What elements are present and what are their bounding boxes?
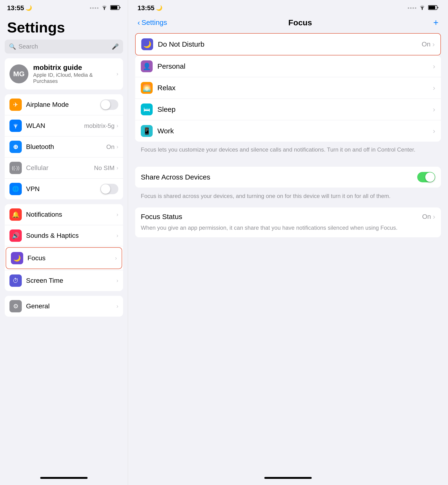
general-icon: ⚙ [9, 300, 22, 312]
do-not-disturb-label: Do Not Disturb [158, 40, 417, 48]
bluetooth-value: On [106, 143, 114, 151]
profile-chevron: › [116, 71, 118, 77]
notifications-row[interactable]: 🔔 Notifications › [5, 204, 123, 225]
relax-chevron: › [433, 84, 435, 92]
work-chevron: › [433, 127, 435, 135]
sounds-haptics-chevron: › [116, 232, 118, 239]
personal-label: Personal [157, 62, 428, 70]
airplane-mode-label: Airplane Mode [26, 101, 96, 108]
cellular-chevron: › [116, 164, 118, 171]
do-not-disturb-highlighted[interactable]: 🌙 Do Not Disturb On › [135, 33, 441, 55]
profile-row[interactable]: MG mobitrix guide Apple ID, iCloud, Medi… [5, 58, 123, 90]
focus-items-group: 🌙 Do Not Disturb On › 👤 Personal [135, 33, 441, 160]
right-battery-icon [428, 5, 439, 11]
work-label: Work [157, 127, 428, 135]
personal-icon: 👤 [141, 60, 153, 72]
general-row[interactable]: ⚙ General › [5, 296, 123, 317]
back-button[interactable]: ‹ Settings [137, 18, 167, 27]
svg-rect-6 [429, 6, 435, 9]
search-input[interactable]: Search [18, 43, 109, 50]
signal-dots [90, 7, 98, 9]
back-label[interactable]: Settings [142, 18, 167, 26]
screen-time-chevron: › [116, 277, 118, 284]
microphone-icon[interactable]: 🎤 [112, 43, 119, 50]
focus-status-section[interactable]: Focus Status On › When you give an app p… [135, 207, 441, 237]
profile-section: MG mobitrix guide Apple ID, iCloud, Medi… [5, 58, 123, 90]
time-text: 13:55 [7, 4, 24, 12]
focus-chevron: › [115, 255, 117, 262]
cellular-row[interactable]: ((·)) Cellular No SIM › [5, 157, 123, 179]
do-not-disturb-row[interactable]: 🌙 Do Not Disturb On › [136, 34, 440, 55]
share-toggle-knob [425, 173, 435, 182]
focus-row[interactable]: 🌙 Focus › [6, 247, 122, 269]
left-panel: 13:55 🌙 Settings 🔍 Search 🎤 [0, 0, 128, 485]
toggle-knob [101, 100, 110, 109]
focus-status-right: On › [422, 213, 435, 221]
focus-status-row[interactable]: Focus Status On › [141, 213, 435, 221]
sleep-chevron: › [433, 105, 435, 114]
left-home-indicator [40, 477, 88, 479]
airplane-mode-toggle[interactable] [100, 99, 118, 110]
relax-row[interactable]: 🌅 Relax › [135, 77, 441, 99]
sleep-row[interactable]: 🛏 Sleep › [135, 99, 441, 120]
svg-point-3 [15, 127, 16, 128]
general-chevron: › [116, 303, 118, 310]
search-bar[interactable]: 🔍 Search 🎤 [5, 40, 123, 54]
share-description: Focus is shared across your devices, and… [135, 189, 441, 200]
left-status-bar: 13:55 🌙 [0, 0, 128, 14]
notifications-label: Notifications [26, 211, 112, 218]
bluetooth-icon: ⊕ [9, 141, 22, 153]
relax-icon: 🌅 [141, 82, 153, 94]
settings-title: Settings [0, 14, 128, 40]
right-status-bar: 13:55 🌙 [128, 0, 448, 14]
personal-row[interactable]: 👤 Personal › [135, 56, 441, 77]
wlan-row[interactable]: WLAN mobitrix-5g › [5, 115, 123, 136]
do-not-disturb-value: On [422, 41, 431, 48]
focus-label: Focus [27, 254, 111, 262]
general-section: ⚙ General › [5, 296, 123, 317]
share-section-group: Share Across Devices Focus is shared acr… [135, 167, 441, 200]
right-panel: 13:55 🌙 ‹ Settings Focus + [128, 0, 448, 485]
work-row[interactable]: 📱 Work › [135, 120, 441, 142]
left-time: 13:55 🌙 [7, 4, 32, 12]
bluetooth-row[interactable]: ⊕ Bluetooth On › [5, 136, 123, 157]
share-section: Share Across Devices [135, 167, 441, 188]
focus-status-group: Focus Status On › When you give an app p… [135, 207, 441, 237]
do-not-disturb-icon: 🌙 [141, 38, 153, 50]
svg-point-0 [104, 9, 105, 10]
airplane-mode-row[interactable]: ✈ Airplane Mode [5, 94, 123, 115]
screen-time-label: Screen Time [26, 277, 112, 284]
focus-description: Focus lets you customize your devices an… [135, 142, 441, 160]
share-toggle[interactable] [417, 172, 435, 182]
svg-rect-2 [111, 6, 117, 9]
right-status-icons [408, 5, 439, 11]
add-button[interactable]: + [433, 17, 439, 28]
do-not-disturb-chevron: › [432, 40, 435, 48]
cellular-label: Cellular [26, 164, 90, 172]
right-time-text: 13:55 [137, 4, 154, 12]
vpn-toggle[interactable] [100, 184, 118, 194]
battery-icon [110, 5, 121, 11]
wifi-icon [101, 5, 108, 11]
right-signal-dots [408, 7, 416, 9]
right-moon-icon: 🌙 [156, 5, 162, 11]
focus-row-wrapper: 🌙 Focus › [5, 246, 123, 270]
moon-icon: 🌙 [25, 5, 32, 11]
wlan-label: WLAN [26, 122, 80, 130]
focus-icon: 🌙 [11, 252, 23, 264]
sounds-haptics-row[interactable]: 🔊 Sounds & Haptics › [5, 225, 123, 246]
profile-name: mobitrix guide [33, 64, 112, 72]
page-title: Focus [288, 18, 312, 27]
right-home-indicator [264, 477, 312, 479]
vpn-row[interactable]: 🌐 VPN [5, 179, 123, 199]
screen-time-row[interactable]: ⏱ Screen Time › [5, 270, 123, 291]
cellular-icon: ((·)) [9, 162, 22, 174]
wlan-value: mobitrix-5g [84, 122, 114, 130]
airplane-mode-icon: ✈ [9, 99, 22, 111]
wlan-icon [9, 120, 22, 132]
sleep-label: Sleep [157, 105, 428, 114]
share-label: Share Across Devices [141, 173, 210, 181]
work-icon: 📱 [141, 125, 153, 137]
system-section: 🔔 Notifications › 🔊 Sounds & Haptics › 🌙 [5, 204, 123, 291]
share-row: Share Across Devices [141, 172, 435, 182]
